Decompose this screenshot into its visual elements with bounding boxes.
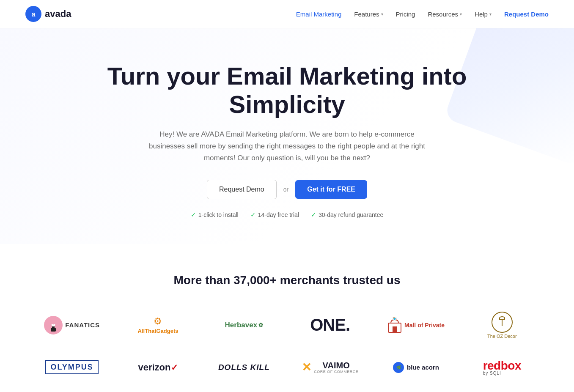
vaimo-x-icon: ✕ (302, 360, 311, 374)
brand-one: ONE. (291, 313, 368, 338)
nav-request-demo[interactable]: Request Demo (504, 11, 549, 18)
check-icon: ✓ (191, 211, 196, 219)
olympus-brand-text: OLYMPUS (45, 360, 98, 374)
nav-help[interactable]: Help ▾ (475, 11, 492, 18)
herbavex-asterisk-icon: ✿ (258, 322, 263, 328)
brand-dolls-kill: DOLLS KILL (205, 355, 283, 380)
blueacorn-icon: 🌿 (393, 362, 404, 373)
chevron-down-icon: ▾ (489, 12, 492, 16)
verizon-check-icon: ✓ (171, 363, 178, 372)
brand-oz-decor: The OZ Decor (463, 313, 541, 338)
merchants-title: More than 37,000+ merchants trusted us (25, 274, 549, 287)
allthat-icon: ⚙ (154, 316, 162, 327)
hero-section: Turn your Email Marketing into Simplicit… (0, 28, 574, 244)
redbox-sub-text: by SQLI (483, 371, 501, 376)
brand-redbox: redbox by SQLI (463, 355, 541, 380)
nav-email-marketing[interactable]: Email Marketing (296, 11, 342, 18)
mall-logo-icon: 🏪 (387, 317, 402, 333)
svg-text:a: a (32, 11, 36, 18)
check-icon: ✓ (250, 211, 256, 219)
mall-brand-text: Mall of Private (404, 322, 445, 329)
nav-features[interactable]: Features ▾ (354, 11, 383, 18)
logo[interactable]: a avada (25, 6, 71, 22)
brand-vaimo: ✕ VAIMO CORE OF COMMERCE (291, 355, 368, 380)
brand-blue-acorn: 🌿 blue acorn (377, 355, 455, 380)
get-free-button[interactable]: Get it for FREE (295, 180, 367, 199)
svg-text:🏪: 🏪 (393, 317, 397, 320)
chevron-down-icon: ▾ (381, 12, 383, 16)
herbavex-brand-text: Herbavex (225, 321, 258, 329)
brand-allthatgadgets: ⚙ AllThatGadgets (119, 313, 197, 338)
fanatics-brand-text: FANATICS (65, 321, 100, 329)
svg-rect-4 (51, 328, 56, 332)
badge-trial: ✓ 14-day free trial (250, 211, 299, 219)
brand-mall-of-private: 🏪 Mall of Private (377, 313, 455, 338)
one-brand-text: ONE. (310, 315, 350, 334)
oz-circle-icon (492, 312, 513, 333)
merchants-section: More than 37,000+ merchants trusted us ♥… (0, 244, 574, 392)
vaimo-sub-text: CORE OF COMMERCE (314, 370, 358, 374)
hero-cta-buttons: Request Demo or Get it for FREE (8, 180, 566, 199)
svg-rect-7 (393, 326, 397, 332)
brand-logos-row1: ♥ FANATICS ⚙ AllThatGadgets Herbavex ✿ O (33, 313, 541, 380)
dollskill-brand-text: DOLLS KILL (218, 363, 270, 372)
badge-refund: ✓ 30-day refund guarantee (311, 211, 383, 219)
fanatics-logo-icon: ♥ (44, 316, 63, 334)
svg-text:🌿: 🌿 (396, 365, 401, 370)
vaimo-brand-text: VAIMO (314, 361, 358, 370)
logo-text: avada (45, 8, 71, 19)
brand-olympus: OLYMPUS (33, 355, 111, 380)
header: a avada Email Marketing Features ▾ Prici… (0, 0, 574, 28)
hero-subtitle: Hey! We are AVADA Email Marketing platfo… (143, 129, 431, 164)
or-separator: or (283, 186, 288, 193)
nav-pricing[interactable]: Pricing (396, 11, 415, 18)
request-demo-button[interactable]: Request Demo (207, 180, 277, 199)
check-icon: ✓ (311, 211, 316, 219)
chevron-down-icon: ▾ (460, 12, 462, 16)
hero-headline: Turn your Email Marketing into Simplicit… (97, 62, 478, 118)
oz-brand-text: The OZ Decor (487, 334, 517, 339)
svg-rect-5 (52, 326, 55, 328)
blueacorn-brand-text: blue acorn (407, 364, 439, 371)
allthat-brand-text: AllThatGadgets (137, 328, 178, 334)
main-nav: Email Marketing Features ▾ Pricing Resou… (296, 11, 549, 18)
brand-herbavex: Herbavex ✿ (205, 313, 283, 338)
brand-verizon: verizon✓ (119, 355, 197, 380)
hero-badges: ✓ 1-click to install ✓ 14-day free trial… (8, 211, 566, 219)
brand-fanatics: ♥ FANATICS (33, 313, 111, 338)
verizon-brand-text: verizon (138, 362, 170, 373)
badge-install: ✓ 1-click to install (191, 211, 239, 219)
nav-resources[interactable]: Resources ▾ (428, 11, 462, 18)
